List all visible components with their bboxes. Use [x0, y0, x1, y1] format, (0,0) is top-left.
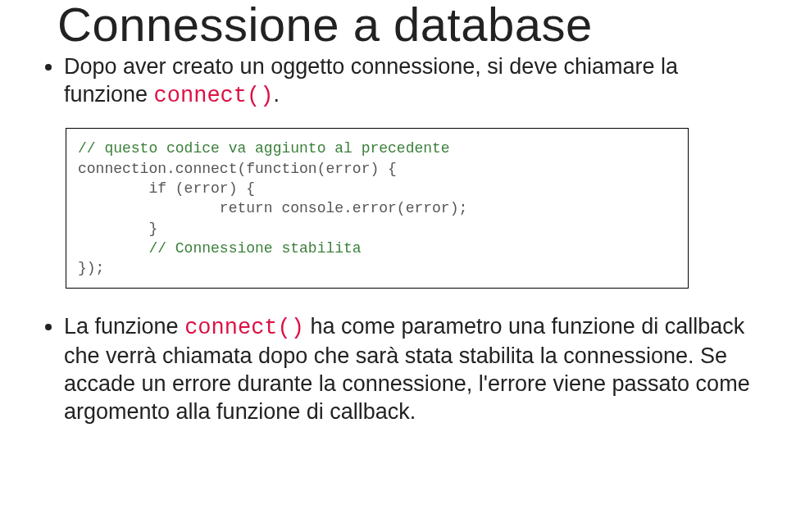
code-line-7: });: [78, 260, 104, 276]
code-block-container: // questo codice va aggiunto al preceden…: [66, 128, 689, 289]
outro-item: La funzione connect() ha come parametro …: [64, 313, 754, 425]
intro-list: Dopo aver creato un oggetto connessione,…: [33, 53, 754, 111]
code-line-1: // questo codice va aggiunto al preceden…: [78, 140, 450, 157]
outro-list: La funzione connect() ha come parametro …: [33, 313, 754, 425]
outro-code: connect(): [184, 316, 304, 340]
intro-text-after: .: [273, 82, 280, 107]
outro-before: La funzione: [64, 314, 184, 339]
code-line-3: if (error) {: [78, 180, 255, 197]
slide-page: Connessione a database Dopo aver creato …: [0, 0, 787, 425]
code-line-6: // Connessione stabilita: [78, 240, 362, 257]
intro-item: Dopo aver creato un oggetto connessione,…: [64, 53, 754, 111]
page-title: Connessione a database: [57, 0, 754, 50]
code-line-5: }: [78, 221, 157, 237]
code-block: // questo codice va aggiunto al preceden…: [78, 139, 676, 278]
code-line-4: return console.error(error);: [78, 200, 467, 216]
code-line-2: connection.connect(function(error) {: [78, 161, 397, 177]
intro-code: connect(): [154, 84, 274, 108]
